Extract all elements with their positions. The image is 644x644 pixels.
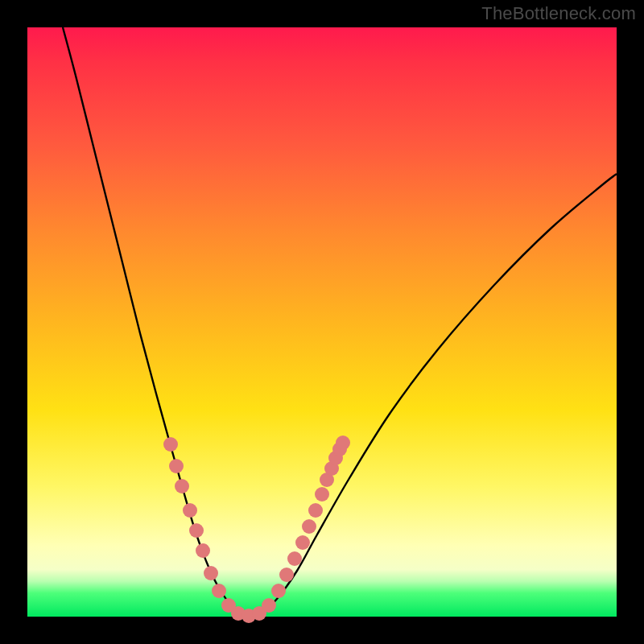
highlight-dot	[262, 598, 276, 613]
highlight-dot	[196, 543, 210, 558]
highlight-dot	[204, 566, 218, 580]
highlight-dot	[287, 551, 302, 566]
highlight-dot	[271, 584, 286, 598]
series-right-curve	[249, 174, 617, 617]
highlight-dot	[308, 503, 323, 518]
watermark-text: TheBottleneck.com	[481, 3, 636, 24]
left-curve-path	[63, 27, 249, 617]
highlight-dot	[175, 479, 189, 493]
highlight-dot	[336, 436, 350, 450]
highlight-dot	[295, 535, 310, 550]
chart-frame: TheBottleneck.com	[0, 0, 644, 644]
highlight-dot	[302, 519, 316, 534]
right-curve-path	[249, 174, 617, 617]
highlight-dot	[183, 503, 197, 518]
highlight-dot	[279, 568, 294, 582]
highlight-dot	[163, 437, 178, 452]
scatter-highlight-dots	[163, 436, 350, 623]
highlight-dot	[189, 523, 204, 538]
highlight-dot	[315, 487, 329, 502]
highlight-dot	[169, 459, 184, 473]
highlight-dot	[212, 584, 226, 598]
curves-svg	[27, 27, 617, 617]
series-left-curve	[63, 27, 249, 617]
plot-area	[27, 27, 617, 617]
